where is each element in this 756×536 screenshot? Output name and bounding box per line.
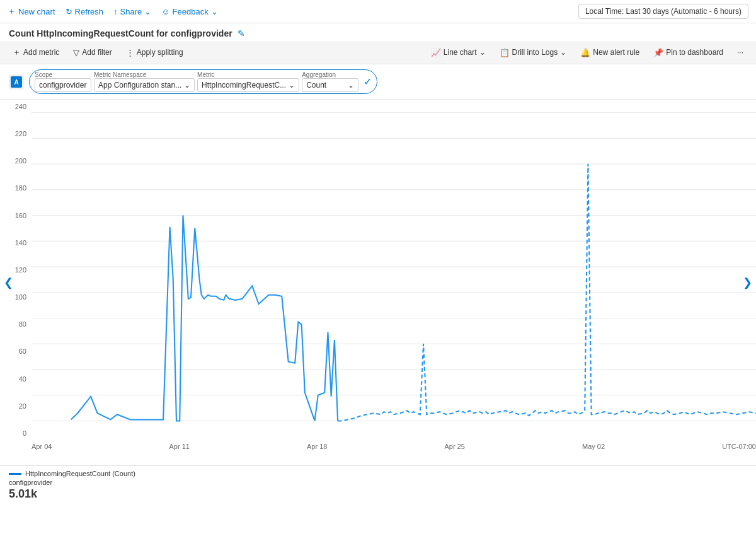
chart-nav-right-button[interactable]: ❯ [739,273,756,292]
legend-item: HttpIncomingRequestCount (Count) [9,470,747,477]
new-chart-label: New chart [18,7,55,16]
scope-label: Scope [35,71,91,78]
chevron-down-icon: ⌄ [289,81,295,90]
x-label-apr25: Apr 25 [445,443,465,450]
aggregation-label: Aggregation [302,71,358,78]
drill-into-logs-button[interactable]: 📋 Drill into Logs ⌄ [496,46,571,59]
y-label-40: 40 [0,375,32,383]
split-icon: ⋮ [126,48,134,57]
metric-toolbar: ＋ Add metric ▽ Add filter ⋮ Apply splitt… [0,41,756,64]
aggregation-field: Aggregation Count ⌄ [302,71,358,92]
x-label-utc: UTC-07:00 [722,443,756,450]
chevron-down-icon: ⌄ [144,7,151,16]
metric-configuration-row: A Scope configprovider Metric Namespace … [0,64,756,100]
legend-metric-name: HttpIncomingRequestCount (Count) [25,470,135,477]
add-metric-button[interactable]: ＋ Add metric [9,45,63,60]
y-label-60: 60 [0,347,32,355]
logs-icon: 📋 [500,48,510,57]
legend-total-value: 5.01k [9,487,37,500]
legend-resource-item: configprovider [9,479,747,486]
y-label-0: 0 [0,429,32,437]
y-label-80: 80 [0,320,32,328]
namespace-field: Metric Namespace App Configuration stan.… [94,71,195,92]
edit-icon[interactable]: ✎ [238,28,245,38]
legend-value-item: 5.01k [9,487,747,501]
namespace-select[interactable]: App Configuration stan... ⌄ [94,78,195,92]
time-range-label: Local Time: Last 30 days (Automatic - 6 … [585,7,742,16]
scope-field: Scope configprovider [35,71,91,92]
chevron-down-icon: ⌄ [348,81,354,90]
chevron-down-icon: ⌄ [184,81,190,90]
aggregation-select[interactable]: Count ⌄ [302,78,358,92]
metric-toolbar-right: 📈 Line chart ⌄ 📋 Drill into Logs ⌄ 🔔 New… [427,46,747,59]
feedback-icon: ☺ [161,7,169,16]
chart-legend: HttpIncomingRequestCount (Count) configp… [0,465,756,503]
plus-icon: ＋ [13,47,21,58]
drill-into-logs-label: Drill into Logs [512,48,558,57]
add-metric-label: Add metric [23,48,59,57]
scope-select[interactable]: configprovider [35,78,91,92]
metric-field: Metric HttpIncomingRequestC... ⌄ [197,71,299,92]
y-label-140: 140 [0,239,32,247]
metric-select[interactable]: HttpIncomingRequestC... ⌄ [197,78,299,92]
new-alert-rule-label: New alert rule [593,48,639,57]
aggregation-value: Count [306,81,326,90]
apply-splitting-button[interactable]: ⋮ Apply splitting [122,46,187,59]
add-filter-button[interactable]: ▽ Add filter [69,46,115,59]
chart-svg-container [32,100,756,440]
line-chart-button[interactable]: 📈 Line chart ⌄ [427,46,490,59]
y-label-240: 240 [0,103,32,110]
x-label-apr04: Apr 04 [32,443,52,450]
pin-to-dashboard-button[interactable]: 📌 Pin to dashboard [650,46,727,59]
new-alert-rule-button[interactable]: 🔔 New alert rule [576,46,643,59]
top-toolbar-left: ＋ New chart ↻ Refresh ↑ Share ⌄ ☺ Feedba… [8,6,218,17]
refresh-button[interactable]: ↻ Refresh [66,7,104,16]
feedback-button[interactable]: ☺ Feedback ⌄ [161,7,217,16]
add-filter-label: Add filter [82,48,112,57]
chart-title-bar: Count HttpIncomingRequestCount for confi… [0,23,756,41]
apply-splitting-label: Apply splitting [137,48,183,57]
x-axis: Apr 04 Apr 11 Apr 18 Apr 25 May 02 UTC-0… [32,440,756,465]
alert-icon: 🔔 [580,48,590,57]
chart-svg [32,100,756,440]
x-label-may02: May 02 [582,443,605,450]
filter-icon: ▽ [73,48,79,57]
chevron-down-icon: ⌄ [211,7,218,16]
y-label-20: 20 [0,402,32,410]
y-label-160: 160 [0,212,32,219]
namespace-value: App Configuration stan... [98,81,181,90]
legend-color-line [9,473,21,475]
new-chart-button[interactable]: ＋ New chart [8,6,55,17]
x-label-apr18: Apr 18 [307,443,327,450]
chevron-down-icon: ⌄ [479,48,486,57]
plus-icon: ＋ [8,6,16,17]
chart-title: Count HttpIncomingRequestCount for confi… [9,28,232,38]
ellipsis-icon: ··· [737,48,743,57]
confirm-icon[interactable]: ✓ [364,76,372,88]
line-chart-label: Line chart [444,48,477,57]
top-toolbar: ＋ New chart ↻ Refresh ↑ Share ⌄ ☺ Feedba… [0,0,756,23]
share-icon: ↑ [113,7,118,16]
metric-label: Metric [197,71,299,78]
y-label-180: 180 [0,184,32,192]
refresh-label: Refresh [75,7,104,16]
x-label-apr11: Apr 11 [169,443,190,450]
svg-text:A: A [14,79,18,86]
scope-value: configprovider [39,81,86,90]
legend-resource-name: configprovider [9,479,52,486]
chart-area: ❮ 240 220 200 180 160 140 120 100 80 60 … [0,100,756,465]
metric-toolbar-left: ＋ Add metric ▽ Add filter ⋮ Apply splitt… [9,45,187,60]
pin-icon: 📌 [653,48,663,57]
time-range-selector[interactable]: Local Time: Last 30 days (Automatic - 6 … [578,4,748,19]
chevron-down-icon: ⌄ [560,48,566,57]
more-options-button[interactable]: ··· [733,46,747,59]
share-button[interactable]: ↑ Share ⌄ [113,7,151,16]
y-label-100: 100 [0,293,32,301]
metric-value: HttpIncomingRequestC... [202,81,286,90]
y-label-200: 200 [0,157,32,165]
feedback-label: Feedback [173,7,209,16]
namespace-label: Metric Namespace [94,71,195,78]
line-chart-icon: 📈 [431,48,441,57]
y-label-220: 220 [0,130,32,137]
chart-wrapper: 240 220 200 180 160 140 120 100 80 60 40… [0,100,756,465]
